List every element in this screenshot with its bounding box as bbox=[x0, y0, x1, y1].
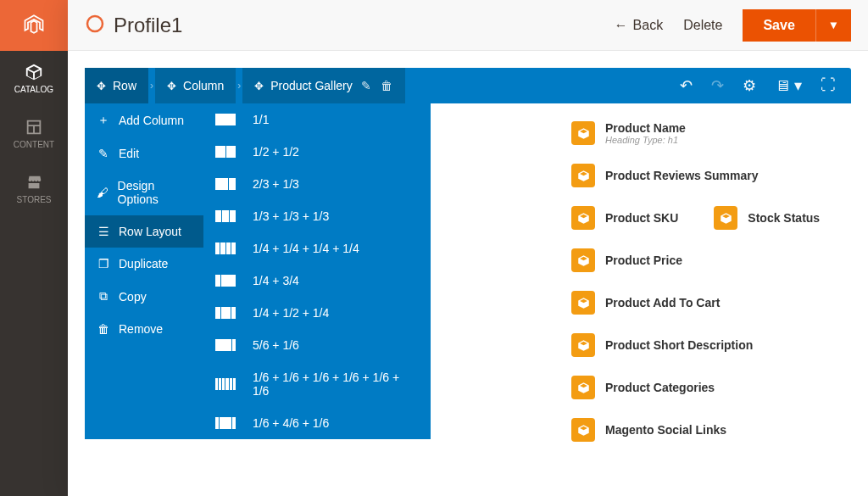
chevron-right-icon: › bbox=[148, 80, 155, 92]
sidebar-label: CATALOG bbox=[14, 85, 53, 94]
plus-icon: ＋ bbox=[97, 113, 110, 128]
sidebar-label: CONTENT bbox=[14, 140, 54, 149]
editor-content: ✥ Row › ✥ Column › ✥ Product Gallery ✎ 🗑… bbox=[68, 51, 868, 496]
layout-icon bbox=[215, 146, 236, 158]
save-dropdown-button[interactable]: ▼ bbox=[815, 9, 851, 42]
layout-option[interactable]: 1/2 + 1/2 bbox=[203, 136, 431, 168]
menu-edit[interactable]: ✎Edit bbox=[85, 137, 203, 170]
box-icon bbox=[714, 206, 737, 230]
menu-copy[interactable]: ⧉Copy bbox=[85, 280, 203, 313]
layout-icon bbox=[215, 242, 236, 254]
svg-point-0 bbox=[87, 16, 103, 31]
layout-option[interactable]: 1/6 + 1/6 + 1/6 + 1/6 + 1/6 + 1/6 bbox=[203, 361, 431, 407]
gear-icon[interactable]: ⚙ bbox=[743, 76, 756, 95]
sidebar-item-stores[interactable]: STORES bbox=[0, 161, 68, 216]
layout-icon bbox=[215, 178, 236, 190]
back-button[interactable]: ← Back bbox=[615, 18, 664, 33]
prop-categories[interactable]: Product Categories bbox=[571, 366, 860, 409]
layout-icon bbox=[215, 378, 236, 390]
display-icon[interactable]: 🖥 ▾ bbox=[775, 76, 802, 95]
chevron-right-icon: › bbox=[236, 80, 242, 92]
box-icon bbox=[571, 121, 595, 145]
box-icon bbox=[571, 418, 595, 442]
header-actions: ← Back Delete Save ▼ bbox=[615, 9, 851, 42]
breadcrumb-column[interactable]: ✥ Column bbox=[155, 68, 236, 103]
layout-option[interactable]: 2/3 + 1/3 bbox=[203, 168, 431, 200]
layout-option[interactable]: 1/3 + 1/3 + 1/3 bbox=[203, 200, 431, 232]
main-panel: Profile1 ← Back Delete Save ▼ ✥ Row › ✥ … bbox=[68, 0, 868, 496]
context-menu: ＋Add Column ✎Edit 🖌Design Options ☰Row L… bbox=[85, 103, 431, 439]
box-icon bbox=[571, 248, 595, 272]
save-button[interactable]: Save bbox=[743, 9, 815, 42]
prop-sku-stock[interactable]: Product SKU Stock Status bbox=[571, 197, 860, 239]
layout-icon bbox=[215, 339, 236, 351]
prop-reviews[interactable]: Product Reviews Summary bbox=[571, 154, 860, 197]
sidebar-label: STORES bbox=[17, 195, 52, 204]
lines-icon: ☰ bbox=[97, 225, 110, 238]
trash-icon: 🗑 bbox=[97, 322, 110, 336]
prop-add-to-cart[interactable]: Product Add To Cart bbox=[571, 281, 860, 324]
menu-add-column[interactable]: ＋Add Column bbox=[85, 103, 203, 137]
editor-toolbar: ✥ Row › ✥ Column › ✥ Product Gallery ✎ 🗑… bbox=[85, 68, 851, 103]
layout-icon bbox=[215, 307, 236, 319]
prop-product-name[interactable]: Product NameHeading Type: h1 bbox=[571, 112, 860, 154]
arrow-left-icon: ← bbox=[615, 18, 628, 33]
menu-row-layout[interactable]: ☰Row Layout bbox=[85, 215, 203, 248]
move-icon: ✥ bbox=[167, 80, 176, 92]
breadcrumb-gallery[interactable]: ✥ Product Gallery ✎ 🗑 bbox=[242, 68, 404, 103]
editor-tool-icons: ↶ ↷ ⚙ 🖥 ▾ ⛶ bbox=[680, 76, 851, 95]
pencil-icon: ✎ bbox=[97, 147, 110, 160]
properties-panel: Product NameHeading Type: h1 Product Rev… bbox=[563, 103, 868, 460]
admin-sidebar: CATALOG CONTENT STORES bbox=[0, 0, 68, 496]
brush-icon: 🖌 bbox=[97, 186, 109, 199]
save-button-group: Save ▼ bbox=[743, 9, 851, 42]
layout-option[interactable]: 1/4 + 1/2 + 1/4 bbox=[203, 297, 431, 329]
box-icon bbox=[571, 376, 595, 399]
pencil-icon[interactable]: ✎ bbox=[359, 79, 373, 92]
delete-button[interactable]: Delete bbox=[683, 18, 722, 33]
menu-design-options[interactable]: 🖌Design Options bbox=[85, 170, 203, 215]
sidebar-item-catalog[interactable]: CATALOG bbox=[0, 51, 68, 106]
page-title: Profile1 bbox=[114, 14, 182, 37]
prop-price[interactable]: Product Price bbox=[571, 239, 860, 281]
menu-remove[interactable]: 🗑Remove bbox=[85, 313, 203, 345]
page-header: Profile1 ← Back Delete Save ▼ bbox=[68, 0, 868, 51]
layout-option[interactable]: 1/4 + 1/4 + 1/4 + 1/4 bbox=[203, 232, 431, 265]
layout-icon bbox=[215, 114, 236, 125]
box-icon bbox=[571, 291, 595, 315]
layout-icon bbox=[215, 210, 236, 222]
row-menu: ＋Add Column ✎Edit 🖌Design Options ☰Row L… bbox=[85, 103, 203, 439]
move-icon: ✥ bbox=[97, 80, 106, 92]
copy-icon: ⧉ bbox=[97, 289, 110, 304]
undo-icon[interactable]: ↶ bbox=[680, 76, 693, 95]
fullscreen-icon[interactable]: ⛶ bbox=[821, 76, 836, 95]
magento-logo[interactable] bbox=[0, 0, 68, 51]
sidebar-item-content[interactable]: CONTENT bbox=[0, 106, 68, 161]
profile-icon bbox=[85, 14, 105, 37]
redo-icon[interactable]: ↷ bbox=[711, 76, 724, 95]
layout-option[interactable]: 5/6 + 1/6 bbox=[203, 329, 431, 361]
box-icon bbox=[571, 333, 595, 357]
box-icon bbox=[571, 164, 595, 187]
trash-icon[interactable]: 🗑 bbox=[380, 79, 393, 92]
prop-social-links[interactable]: Magento Social Links bbox=[571, 409, 860, 451]
layout-option[interactable]: 1/6 + 4/6 + 1/6 bbox=[203, 407, 431, 439]
box-icon bbox=[571, 206, 595, 230]
duplicate-icon: ❐ bbox=[97, 257, 110, 270]
layout-submenu: 1/1 1/2 + 1/2 2/3 + 1/3 1/3 + 1/3 + 1/3 … bbox=[203, 103, 431, 439]
move-icon: ✥ bbox=[254, 80, 264, 92]
layout-icon bbox=[215, 417, 236, 429]
breadcrumb-row[interactable]: ✥ Row bbox=[85, 68, 148, 103]
layout-icon bbox=[215, 275, 236, 287]
layout-option[interactable]: 1/4 + 3/4 bbox=[203, 265, 431, 297]
menu-duplicate[interactable]: ❐Duplicate bbox=[85, 248, 203, 280]
prop-short-description[interactable]: Product Short Description bbox=[571, 324, 860, 366]
layout-option[interactable]: 1/1 bbox=[203, 103, 431, 136]
